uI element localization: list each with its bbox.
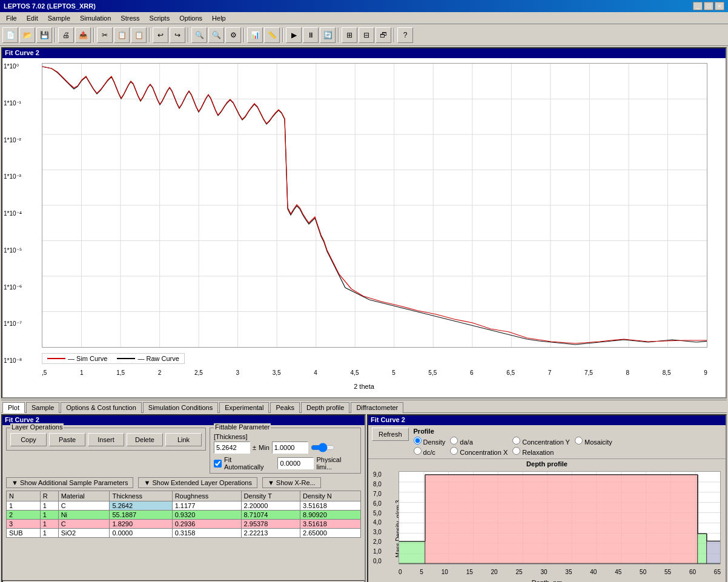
col-density-t: Density T <box>241 491 300 501</box>
paste-button[interactable]: Paste <box>49 433 85 446</box>
radio-daa[interactable] <box>450 437 458 445</box>
refresh-button[interactable]: Refresh <box>372 428 409 441</box>
chart-area <box>42 63 707 348</box>
toolbar-settings[interactable]: ⚙ <box>225 27 241 43</box>
tab-sample[interactable]: Sample <box>26 402 59 413</box>
table-row[interactable]: 3 1 C 1.8290 0.2936 2.95378 3.51618 <box>7 520 361 529</box>
tab-options-cost[interactable]: Options & Cost function <box>61 402 142 413</box>
col-roughness: Roughness <box>172 491 241 501</box>
insert-button[interactable]: Insert <box>88 433 124 446</box>
cell-r-1: 1 <box>40 501 58 511</box>
toolbar-measure[interactable]: 📏 <box>264 27 280 43</box>
toolbar-pause[interactable]: ⏸ <box>303 27 319 43</box>
show-extended-btn[interactable]: ▼ Show Extended Layer Operations <box>138 477 257 488</box>
tab-experimental[interactable]: Experimental <box>219 402 269 413</box>
toolbar-sep3 <box>149 28 150 42</box>
y-label-1: 1*10⁻¹ <box>4 100 22 107</box>
table-row[interactable]: 2 1 Ni 55.1887 0.9320 8.71074 8.90920 <box>7 511 361 520</box>
top-tab-bar: Plot Sample Options & Cost function Simu… <box>1 400 727 413</box>
table-row[interactable]: 1 1 C 5.2642 1.1177 2.20000 3.51618 <box>7 501 361 511</box>
menu-stress[interactable]: Stress <box>117 14 143 22</box>
radio-relaxation[interactable] <box>512 447 520 455</box>
table-row[interactable]: SUB 1 SiO2 0.0000 0.3158 2.22213 2.65000 <box>7 529 361 538</box>
layer-ni <box>425 475 698 564</box>
toolbar-print[interactable]: 🖨 <box>58 27 74 43</box>
toolbar-chart[interactable]: 📊 <box>247 27 263 43</box>
title-bar-buttons[interactable]: _ □ × <box>693 2 724 10</box>
radio-conc-x[interactable] <box>450 447 458 455</box>
legend-raw: — Raw Curve <box>117 355 179 362</box>
cell-density-t-2: 8.71074 <box>241 511 300 520</box>
toolbar-undo[interactable]: ↩ <box>153 27 168 43</box>
show-x-ref-btn[interactable]: ▼ Show X-Re... <box>262 477 321 488</box>
radio-dcc[interactable] <box>414 447 422 455</box>
fittable-value-input[interactable] <box>214 441 250 454</box>
close-button[interactable]: × <box>715 2 724 10</box>
cell-density-n-sub: 2.65000 <box>300 529 361 538</box>
toolbar-grid2[interactable]: ⊟ <box>359 27 374 43</box>
link-button[interactable]: Link <box>165 433 202 446</box>
copy-button[interactable]: Copy <box>10 433 47 446</box>
menu-sample[interactable]: Sample <box>44 14 74 22</box>
menu-file[interactable]: File <box>2 14 21 22</box>
y-d-5: 5,0 <box>373 510 382 517</box>
delete-button[interactable]: Delete <box>127 433 163 446</box>
toolbar-zoom-in[interactable]: 🔍 <box>191 27 207 43</box>
menu-simulation[interactable]: Simulation <box>76 14 114 22</box>
toolbar-export[interactable]: 📤 <box>75 27 91 43</box>
radio-conc-y[interactable] <box>512 437 520 445</box>
toolbar-help[interactable]: ? <box>397 27 413 43</box>
show-additional-btn[interactable]: ▼ Show Additional Sample Parameters <box>6 477 133 488</box>
x-d-50: 50 <box>640 569 646 575</box>
toolbar-redo[interactable]: ↪ <box>170 27 185 43</box>
toolbar-paste[interactable]: 📋 <box>131 27 147 43</box>
legend-sim: — Sim Curve <box>47 355 107 362</box>
toolbar-copy[interactable]: 📋 <box>114 27 130 43</box>
depth-chart-box <box>399 471 721 564</box>
x-label-15: 8 <box>626 369 629 376</box>
menu-scripts[interactable]: Scripts <box>146 14 174 22</box>
tab-peaks[interactable]: Peaks <box>270 402 300 413</box>
legend-raw-label: — Raw Curve <box>137 355 179 362</box>
radio-mosaicity[interactable] <box>575 437 583 445</box>
x-label-2: 1,5 <box>116 369 125 376</box>
toolbar-save[interactable]: 💾 <box>36 27 52 43</box>
toolbar-view[interactable]: 🗗 <box>376 27 391 43</box>
toolbar: 📄 📂 💾 🖨 📤 ✂ 📋 📋 ↩ ↪ 🔍 🔍 ⚙ 📊 📏 ▶ ⏸ 🔄 ⊞ ⊟ … <box>0 24 728 46</box>
y-label-2: 1*10⁻² <box>4 137 22 144</box>
fit-auto-checkbox[interactable] <box>214 460 222 468</box>
min-value-input[interactable] <box>272 441 308 454</box>
toolbar-grid[interactable]: ⊞ <box>342 27 357 43</box>
toolbar-zoom-out[interactable]: 🔍 <box>208 27 224 43</box>
minimize-button[interactable]: _ <box>693 2 703 10</box>
radio-density[interactable] <box>414 437 422 445</box>
toolbar-new[interactable]: 📄 <box>2 27 18 43</box>
x-label-17: 9 <box>704 369 707 376</box>
tab-depth-profile[interactable]: Depth profile <box>301 402 349 413</box>
min-value2-input[interactable] <box>277 457 314 469</box>
toolbar-open[interactable]: 📂 <box>19 27 35 43</box>
cell-roughness-1: 1.1177 <box>172 501 241 511</box>
maximize-button[interactable]: □ <box>704 2 713 10</box>
fittable-subtitle: [Thickness] <box>214 433 357 440</box>
layer-c-1 <box>399 541 425 564</box>
cell-density-t-sub: 2.22213 <box>241 529 300 538</box>
x-d-5: 5 <box>420 569 423 575</box>
fittable-group-title: Fittable Parameter <box>214 423 271 431</box>
tab-diffractometer[interactable]: Diffractometer <box>351 402 403 413</box>
toolbar-play[interactable]: ▶ <box>286 27 302 43</box>
fittable-slider[interactable] <box>311 443 335 452</box>
toolbar-sep8 <box>394 28 395 42</box>
menu-options[interactable]: Options <box>176 14 206 22</box>
tab-plot[interactable]: Plot <box>2 402 25 413</box>
menu-edit[interactable]: Edit <box>23 14 42 22</box>
x-axis-title: 2 theta <box>354 383 374 390</box>
y-axis: 1*10⁰ 1*10⁻¹ 1*10⁻² 1*10⁻³ 1*10⁻⁴ 1*10⁻⁵… <box>4 63 22 364</box>
app-title: LEPTOS 7.02 (LEPTOS_XRR) <box>4 2 96 10</box>
depth-x-labels: 0 5 10 15 20 25 30 35 40 45 50 55 60 65 <box>399 569 721 575</box>
tab-sim-conditions[interactable]: Simulation Conditions <box>143 402 218 413</box>
toolbar-refresh[interactable]: 🔄 <box>320 27 336 43</box>
toolbar-cut[interactable]: ✂ <box>97 27 113 43</box>
fittable-plusminus: ± <box>253 444 256 451</box>
menu-help[interactable]: Help <box>208 14 230 22</box>
